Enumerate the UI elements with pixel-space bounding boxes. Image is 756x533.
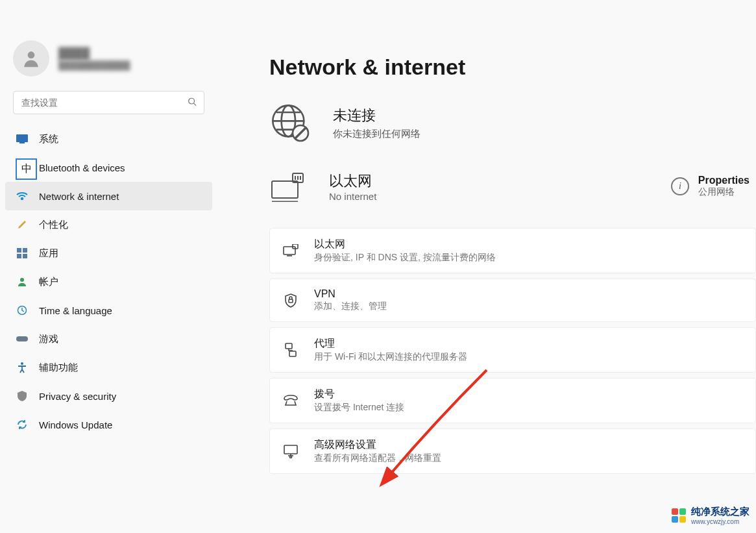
sidebar-item-system[interactable]: 系统 bbox=[5, 125, 212, 153]
phone-icon bbox=[282, 391, 300, 410]
option-title: 高级网络设置 bbox=[314, 438, 441, 452]
svg-point-5 bbox=[21, 198, 23, 200]
sidebar-item-personalization[interactable]: 个性化 bbox=[5, 210, 212, 239]
ethernet-properties-link[interactable]: i Properties 公用网络 bbox=[671, 175, 750, 198]
option-sub: 设置拨号 Internet 连接 bbox=[314, 402, 404, 414]
svg-rect-9 bbox=[23, 254, 27, 258]
ethernet-title: 以太网 bbox=[329, 171, 376, 191]
wifi-icon bbox=[16, 190, 29, 203]
svg-rect-30 bbox=[289, 299, 293, 303]
apps-icon bbox=[16, 247, 29, 260]
option-sub: 用于 Wi-Fi 和以太网连接的代理服务器 bbox=[314, 351, 467, 363]
sidebar-item-label: 帐户 bbox=[39, 276, 58, 288]
sidebar-item-gaming[interactable]: 游戏 bbox=[5, 325, 212, 353]
info-icon: i bbox=[671, 177, 689, 195]
brush-icon bbox=[16, 218, 29, 231]
sidebar-item-privacy[interactable]: Privacy & security bbox=[5, 382, 212, 410]
svg-rect-3 bbox=[16, 134, 28, 142]
watermark-logo-icon bbox=[672, 508, 686, 523]
sidebar-item-label: 应用 bbox=[39, 247, 58, 260]
svg-rect-33 bbox=[284, 445, 297, 454]
sidebar-item-label: 个性化 bbox=[39, 219, 68, 231]
game-icon bbox=[16, 332, 29, 345]
system-icon bbox=[16, 132, 29, 145]
svg-point-10 bbox=[20, 278, 24, 282]
watermark-text: 纯净系统之家 bbox=[691, 506, 750, 518]
option-title: VPN bbox=[314, 288, 387, 300]
sidebar-item-label: 辅助功能 bbox=[39, 362, 78, 374]
option-ethernet[interactable]: 以太网 身份验证, IP 和 DNS 设置, 按流量计费的网络 bbox=[269, 228, 756, 273]
proxy-icon bbox=[282, 341, 300, 359]
sidebar-item-label: Time & language bbox=[39, 305, 112, 316]
globe-disconnected-icon bbox=[269, 102, 311, 143]
svg-rect-31 bbox=[286, 343, 292, 349]
sidebar: ████ ████████████ 系统 Bluetooth & devices… bbox=[0, 0, 217, 533]
status-title: 未连接 bbox=[333, 106, 421, 125]
option-vpn[interactable]: VPN 添加、连接、管理 bbox=[269, 279, 756, 322]
option-advanced[interactable]: 高级网络设置 查看所有网络适配器，网络重置 bbox=[269, 428, 756, 474]
properties-label: Properties bbox=[698, 175, 750, 186]
option-sub: 查看所有网络适配器，网络重置 bbox=[314, 452, 441, 464]
avatar bbox=[13, 40, 49, 77]
watermark: 纯净系统之家 www.ycwzjy.com bbox=[672, 506, 750, 525]
sidebar-item-label: Network & internet bbox=[39, 191, 119, 202]
svg-rect-32 bbox=[289, 351, 296, 356]
accessibility-icon bbox=[16, 361, 29, 374]
sidebar-item-apps[interactable]: 应用 bbox=[5, 239, 212, 267]
svg-line-2 bbox=[194, 103, 197, 106]
sidebar-item-label: 系统 bbox=[39, 133, 58, 145]
option-title: 拨号 bbox=[314, 388, 404, 401]
profile-email: ████████████ bbox=[58, 60, 130, 70]
monitor-network-icon bbox=[282, 442, 300, 460]
ethernet-subtitle: No internet bbox=[329, 191, 376, 202]
update-icon bbox=[16, 418, 29, 431]
search-icon bbox=[188, 97, 197, 108]
watermark-url: www.ycwzjy.com bbox=[691, 518, 750, 525]
svg-rect-8 bbox=[17, 254, 21, 258]
svg-point-13 bbox=[21, 362, 23, 365]
sidebar-item-label: 游戏 bbox=[39, 333, 58, 345]
svg-point-1 bbox=[189, 98, 195, 104]
account-icon bbox=[16, 275, 29, 288]
option-proxy[interactable]: 代理 用于 Wi-Fi 和以太网连接的代理服务器 bbox=[269, 327, 756, 373]
status-subtitle: 你未连接到任何网络 bbox=[333, 128, 421, 140]
monitor-ethernet-icon bbox=[282, 242, 300, 260]
sidebar-item-network[interactable]: Network & internet bbox=[5, 182, 212, 210]
profile-block[interactable]: ████ ████████████ bbox=[0, 35, 217, 88]
svg-rect-6 bbox=[17, 248, 21, 253]
option-sub: 身份验证, IP 和 DNS 设置, 按流量计费的网络 bbox=[314, 252, 496, 264]
option-dialup[interactable]: 拨号 设置拨号 Internet 连接 bbox=[269, 378, 756, 423]
ime-indicator[interactable]: 中 bbox=[16, 158, 37, 180]
shield-lock-icon bbox=[282, 291, 300, 310]
ethernet-icon bbox=[269, 171, 307, 202]
sidebar-item-accounts[interactable]: 帐户 bbox=[5, 267, 212, 296]
sidebar-item-time[interactable]: Time & language bbox=[5, 296, 212, 325]
sidebar-item-label: Bluetooth & devices bbox=[39, 162, 125, 173]
sidebar-item-label: Privacy & security bbox=[39, 391, 116, 402]
svg-point-0 bbox=[28, 51, 35, 58]
option-title: 以太网 bbox=[314, 238, 496, 251]
properties-sub: 公用网络 bbox=[698, 186, 750, 198]
sidebar-item-label: Windows Update bbox=[39, 419, 112, 430]
search-input[interactable] bbox=[13, 91, 204, 114]
clock-icon bbox=[16, 304, 29, 317]
option-sub: 添加、连接、管理 bbox=[314, 301, 387, 312]
sidebar-item-accessibility[interactable]: 辅助功能 bbox=[5, 353, 212, 382]
ethernet-summary: 以太网 No internet i Properties 公用网络 bbox=[269, 159, 756, 221]
profile-name: ████ bbox=[58, 47, 130, 60]
shield-icon bbox=[16, 390, 29, 403]
network-options-list: 以太网 身份验证, IP 和 DNS 设置, 按流量计费的网络 VPN 添加、连… bbox=[269, 228, 756, 474]
svg-point-36 bbox=[290, 456, 292, 458]
connection-status: 未连接 你未连接到任何网络 bbox=[269, 98, 756, 159]
svg-rect-4 bbox=[19, 142, 25, 143]
svg-rect-12 bbox=[16, 336, 28, 341]
main-content: Network & internet 未连接 你未连接到任何网络 bbox=[230, 0, 756, 533]
svg-rect-21 bbox=[272, 181, 298, 198]
sidebar-item-update[interactable]: Windows Update bbox=[5, 410, 212, 439]
svg-rect-7 bbox=[23, 248, 27, 253]
svg-rect-27 bbox=[284, 247, 295, 254]
page-title: Network & internet bbox=[269, 55, 756, 80]
option-title: 代理 bbox=[314, 337, 467, 351]
